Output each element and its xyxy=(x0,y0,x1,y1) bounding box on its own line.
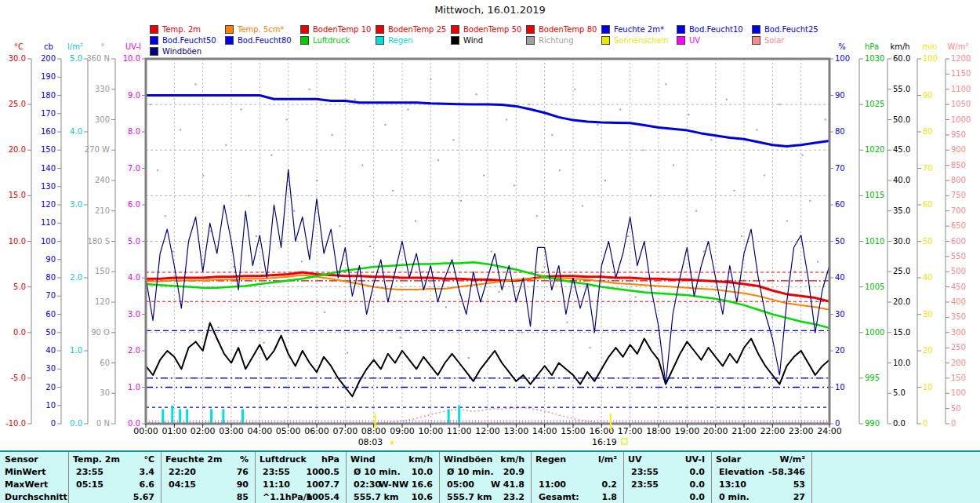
axis-tick-label: 950 xyxy=(951,130,966,139)
direction-dot xyxy=(597,124,598,126)
axis-tick-label: 150 xyxy=(95,267,110,275)
direction-dot xyxy=(491,250,492,252)
direction-dot xyxy=(499,291,500,293)
direction-dot xyxy=(361,165,363,166)
weather-chart-plot: °C-10.0-5.00.05.010.015.020.025.030.0cb0… xyxy=(0,0,980,450)
direction-dot xyxy=(256,235,257,237)
direction-dot xyxy=(642,149,644,151)
axis-tick-label: 210 xyxy=(95,206,110,215)
axis-tick-label: 500 xyxy=(951,267,966,275)
direction-dot xyxy=(460,200,462,202)
axis-tick-label: 2.0 xyxy=(128,346,140,355)
x-tick-label: 13:00 xyxy=(503,426,528,436)
axis-tick-label: 70 xyxy=(923,164,933,173)
direction-dot xyxy=(369,246,371,247)
direction-dot xyxy=(407,109,408,111)
direction-dot xyxy=(574,89,575,90)
x-tick-label: 15:00 xyxy=(561,426,586,436)
rain-bar xyxy=(448,409,450,424)
axis-tick-label: 270 W xyxy=(85,145,110,154)
direction-dot xyxy=(392,190,394,191)
axis-tick-label: 30 xyxy=(100,388,110,397)
cell-max-value: 6.6 xyxy=(68,479,154,490)
cell-min-value: 10.0 xyxy=(346,467,433,478)
x-tick-label: 00:00 xyxy=(133,426,158,436)
row-label-maxwert: MaxWert xyxy=(5,479,48,490)
axis-tick-label: 1010 xyxy=(865,237,884,246)
table-separator xyxy=(811,452,812,503)
axis-tick-label: 250 xyxy=(951,343,966,352)
axis-tick-label: 2.0 xyxy=(70,273,82,282)
axis-tick-label: 200 xyxy=(41,54,56,63)
x-tick-label: 23:00 xyxy=(789,426,814,436)
cell-max-value: 0.2 xyxy=(531,479,617,490)
axis-tick-label: 300 xyxy=(951,328,966,337)
cell-avg-value: 1005.4 xyxy=(255,492,339,503)
axis-tick-label: 0 N xyxy=(96,419,110,428)
row-label-minwert: MinWert xyxy=(5,467,45,478)
cell-max-value: 90 xyxy=(161,479,249,490)
axis-tick-label: 650 xyxy=(951,221,966,230)
grid-layer xyxy=(146,59,829,424)
axis-tick-label: 20.0 xyxy=(893,297,910,306)
axis-tick-label: 1.0 xyxy=(70,346,82,355)
direction-dot xyxy=(544,266,546,268)
direction-dot xyxy=(551,134,553,136)
axis-tick-label: 80 xyxy=(835,127,845,136)
direction-dot xyxy=(301,261,303,262)
rain-bar xyxy=(171,406,173,424)
axis-tick-label: 400 xyxy=(951,297,966,306)
cell-avg-value: 10.6 xyxy=(346,492,433,503)
direction-dot xyxy=(233,266,234,268)
direction-dot xyxy=(180,129,181,130)
axis-tick-label: 180 xyxy=(41,91,56,100)
axis-tick-label: -5.0 xyxy=(10,374,26,382)
axis-tick-label: 110 xyxy=(41,218,56,227)
direction-dot xyxy=(802,155,804,156)
axis-tick-label: 1150 xyxy=(951,69,971,78)
direction-dot xyxy=(567,322,568,323)
rain-bar xyxy=(458,406,460,424)
direction-dot xyxy=(270,155,272,156)
direction-dot xyxy=(157,169,158,171)
axis-tick-label: 20.0 xyxy=(9,145,26,154)
cell-max-value: 0.0 xyxy=(623,479,705,490)
x-tick-label: 03:00 xyxy=(219,426,244,436)
axis-tick-label: 1030 xyxy=(865,54,884,63)
direction-dot xyxy=(452,139,454,140)
axis-tick-label: 70 xyxy=(45,291,56,300)
direction-dot xyxy=(384,124,386,126)
axis-tick-label: 40 xyxy=(45,346,56,355)
richtung-scatter xyxy=(149,78,826,359)
axis-tick-label: 60 xyxy=(100,359,110,367)
direction-dot xyxy=(710,139,712,140)
axis-tick-label: 35.0 xyxy=(893,206,910,215)
direction-dot xyxy=(756,129,757,130)
axis-tick-label: 0 xyxy=(923,419,927,428)
axis-tick-label: 300 xyxy=(95,115,110,124)
axis-tick-label: 1200 xyxy=(951,54,971,63)
axis-unit-W/m²: W/m² xyxy=(947,42,968,51)
direction-dot xyxy=(665,83,666,85)
axis-tick-label: 10 xyxy=(835,383,845,392)
axis-tick-label: 140 xyxy=(41,164,56,173)
x-tick-label: 01:00 xyxy=(162,426,187,436)
axis-tick-label: 850 xyxy=(951,161,966,169)
axis-tick-label: 5.0 xyxy=(128,237,140,246)
cell-min-value: 3.4 xyxy=(68,467,154,478)
direction-dot xyxy=(650,195,652,196)
direction-dot xyxy=(324,312,325,313)
axis-tick-label: 9.0 xyxy=(128,91,140,100)
direction-dot xyxy=(764,175,765,177)
axis-tick-label: 20 xyxy=(835,346,845,355)
axis-tick-label: 160 xyxy=(41,127,56,136)
sunset-square-icon xyxy=(622,439,627,444)
axis-tick-label: 330 xyxy=(95,85,110,93)
axis-tick-label: 50.0 xyxy=(893,115,910,124)
direction-dot xyxy=(286,119,288,121)
direction-dot xyxy=(627,235,629,237)
rain-bar xyxy=(179,409,181,424)
axis-tick-label: 30 xyxy=(835,310,845,319)
direction-dot xyxy=(528,104,530,105)
axis-tick-label: 50 xyxy=(45,328,56,337)
